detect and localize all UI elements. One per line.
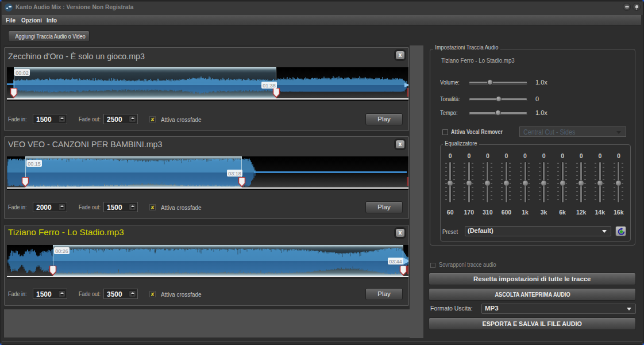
svg-text:03:44: 03:44 [389, 259, 402, 264]
svg-text:00:26: 00:26 [55, 248, 68, 254]
svg-text:00:15: 00:15 [28, 161, 41, 167]
svg-text:01:38: 01:38 [263, 83, 276, 89]
svg-text:00:02: 00:02 [16, 70, 29, 76]
svg-text:03:18: 03:18 [228, 171, 241, 177]
